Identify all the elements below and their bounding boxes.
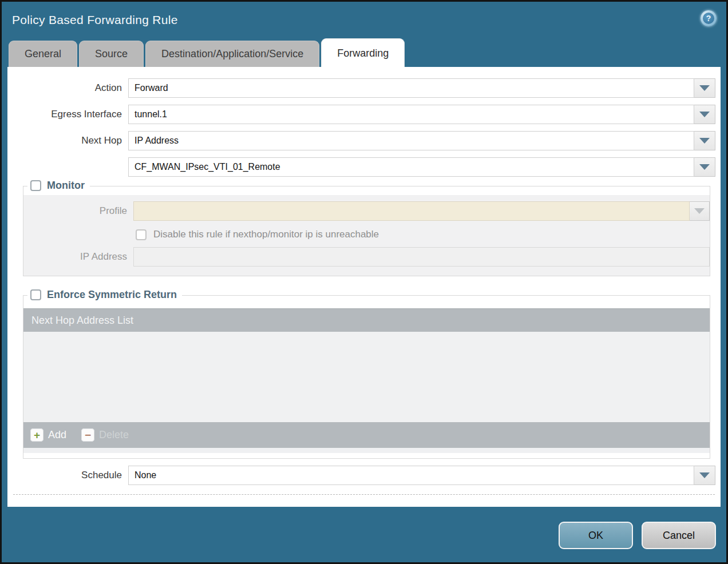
schedule-input[interactable] <box>128 466 694 485</box>
dropdown-arrow-icon <box>699 164 710 170</box>
disable-rule-checkbox <box>136 229 147 240</box>
help-question-glyph: ? <box>703 13 714 24</box>
dropdown-arrow-icon <box>699 138 710 144</box>
monitor-ip-address-input <box>133 247 710 267</box>
monitor-checkbox[interactable] <box>30 180 41 191</box>
monitor-group: Monitor Profile Disable this rule if nex… <box>23 186 710 276</box>
help-icon[interactable]: ? <box>701 10 717 26</box>
content-bottom-divider <box>13 494 715 495</box>
next-hop-type-dropdown-button[interactable] <box>694 131 715 150</box>
tab-bar: General Source Destination/Application/S… <box>2 38 726 67</box>
egress-interface-label: Egress Interface <box>7 109 128 120</box>
enforce-symmetric-return-legend-label: Enforce Symmetric Return <box>47 289 177 301</box>
cancel-button[interactable]: Cancel <box>642 522 716 549</box>
monitor-profile-input <box>133 201 690 221</box>
enforce-symmetric-return-checkbox[interactable] <box>30 289 41 300</box>
action-label: Action <box>7 82 128 94</box>
action-dropdown-button[interactable] <box>694 78 715 98</box>
pbf-rule-dialog: Policy Based Forwarding Rule ? General S… <box>0 0 728 564</box>
delete-button: − Delete <box>81 428 129 442</box>
forwarding-tab-panel: Action Egress Interface Next Hop <box>7 67 721 507</box>
monitor-legend-label: Monitor <box>47 180 85 192</box>
add-button[interactable]: + Add <box>30 428 66 442</box>
tab-forwarding[interactable]: Forwarding <box>321 38 405 67</box>
monitor-profile-row: Profile <box>23 201 710 221</box>
dropdown-arrow-icon <box>699 112 710 117</box>
next-hop-address-dropdown-button[interactable] <box>694 157 715 177</box>
action-row: Action <box>7 78 715 98</box>
action-input[interactable] <box>128 78 694 98</box>
schedule-row: Schedule <box>7 466 715 485</box>
enforce-symmetric-return-legend: Enforce Symmetric Return <box>27 289 182 301</box>
table-body-empty[interactable] <box>23 332 710 422</box>
next-hop-address-input[interactable] <box>128 157 694 177</box>
dialog-footer: OK Cancel <box>559 522 716 549</box>
egress-interface-row: Egress Interface <box>7 105 715 124</box>
tab-destination-application-service[interactable]: Destination/Application/Service <box>145 41 319 67</box>
egress-interface-dropdown-button[interactable] <box>694 105 715 124</box>
next-hop-address-row <box>7 157 715 177</box>
dialog-title: Policy Based Forwarding Rule <box>12 13 178 27</box>
monitor-ip-address-row: IP Address <box>23 247 710 267</box>
disable-rule-label: Disable this rule if nexthop/monitor ip … <box>153 229 379 240</box>
monitor-ip-address-label: IP Address <box>23 251 133 263</box>
table-scroll-strip <box>23 448 710 453</box>
schedule-dropdown-button[interactable] <box>694 466 715 485</box>
dropdown-arrow-icon <box>699 472 710 478</box>
ok-button[interactable]: OK <box>559 522 633 549</box>
monitor-body: Profile Disable this rule if nexthop/mon… <box>23 195 710 276</box>
monitor-legend: Monitor <box>27 180 90 192</box>
next-hop-label: Next Hop <box>7 135 128 146</box>
next-hop-row: Next Hop <box>7 131 715 150</box>
tab-general[interactable]: General <box>9 41 77 67</box>
plus-icon: + <box>30 428 43 442</box>
add-button-label: Add <box>48 429 66 441</box>
disable-rule-row: Disable this rule if nexthop/monitor ip … <box>136 229 710 240</box>
table-header: Next Hop Address List <box>23 308 710 332</box>
enforce-symmetric-return-group: Enforce Symmetric Return Next Hop Addres… <box>23 295 710 459</box>
table-toolbar: + Add − Delete <box>23 422 710 448</box>
minus-icon: − <box>81 428 94 442</box>
tab-source[interactable]: Source <box>79 41 144 67</box>
delete-button-label: Delete <box>99 429 129 441</box>
egress-interface-input[interactable] <box>128 105 694 124</box>
monitor-profile-dropdown-button <box>690 201 710 221</box>
dropdown-arrow-icon <box>699 85 710 91</box>
dropdown-arrow-icon <box>694 208 705 214</box>
next-hop-address-list-table: Next Hop Address List + Add − Delete <box>23 308 710 453</box>
monitor-profile-label: Profile <box>23 205 133 217</box>
next-hop-type-input[interactable] <box>128 131 694 150</box>
dialog-titlebar: Policy Based Forwarding Rule ? <box>2 2 726 38</box>
schedule-label: Schedule <box>7 470 128 481</box>
